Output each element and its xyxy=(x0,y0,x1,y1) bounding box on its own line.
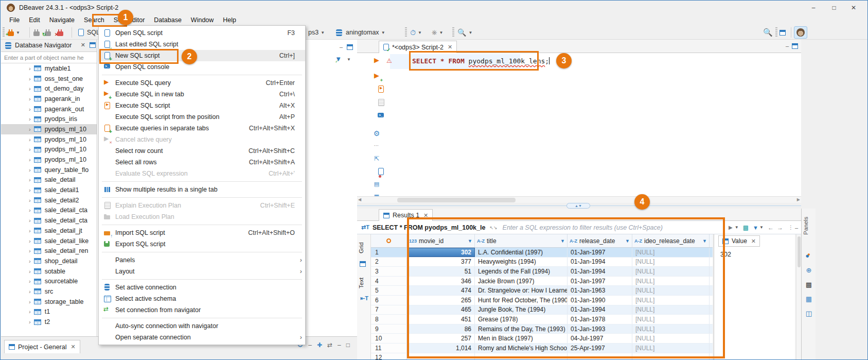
chevron-right-icon[interactable]: › xyxy=(29,177,31,183)
apply-filter-icon[interactable]: ▶ xyxy=(729,225,733,230)
menu-item-set-active-connection[interactable]: Set active connection xyxy=(99,282,305,293)
schema-combo[interactable]: aningtomax ▼ xyxy=(336,27,385,38)
forward-arrow-icon[interactable]: → xyxy=(777,224,783,231)
cell-release-date[interactable]: 04-Jul-1997 xyxy=(568,334,632,343)
grid-view-icon[interactable] xyxy=(360,261,366,267)
cell-movie-id[interactable]: 377 xyxy=(407,258,475,267)
cell-movie-id[interactable]: 265 xyxy=(407,296,475,305)
cell-ideo-release-date[interactable]: [NULL] xyxy=(632,258,710,267)
chevron-right-icon[interactable]: › xyxy=(29,197,31,203)
editor-results-splitter[interactable]: ▲▼ xyxy=(357,203,801,209)
menu-item-import-sql-script[interactable]: Import SQL scriptCtrl+Alt+Shift+O xyxy=(99,227,305,238)
menu-item-open-separate-connection[interactable]: Open separate connection› xyxy=(99,332,305,343)
chevron-right-icon[interactable]: › xyxy=(29,187,31,193)
chevron-down-icon[interactable]: ▼ xyxy=(759,225,764,230)
sort-filter-arrow-icon[interactable]: ▼ xyxy=(466,238,472,244)
menu-window[interactable]: Window xyxy=(186,15,218,25)
row-number[interactable]: 5 xyxy=(371,286,407,295)
cell-title[interactable]: Remains of the Day, The (1993) xyxy=(475,324,568,334)
cell-ideo-release-date[interactable]: [NULL] xyxy=(632,286,710,295)
dashboard-button[interactable]: ⏱▼ xyxy=(410,27,422,38)
cell-title[interactable]: Jackie Brown (1997) xyxy=(475,277,568,286)
menu-item-last-edited-sql-script[interactable]: Last edited SQL script xyxy=(99,39,305,50)
close-icon[interactable]: ✕ xyxy=(448,44,452,50)
table-row[interactable]: 4346Jackie Brown (1997)01-Jan-1997[NULL] xyxy=(371,277,713,286)
table-row[interactable]: 5474Dr. Strangelove or: How I Learned01-… xyxy=(371,286,713,296)
reconnect-button[interactable]: ↻ xyxy=(45,27,51,38)
tree-item-src[interactable]: ›src xyxy=(1,286,97,297)
tree-item-sale-detail-ren[interactable]: ›sale_detail_ren xyxy=(1,246,97,256)
filter-query-text[interactable]: SELECT * FROM pyodps_ml_100k_le xyxy=(373,224,486,231)
column-header-release-date[interactable]: A-Zrelease_date▼ xyxy=(568,234,632,247)
perspective-button[interactable] xyxy=(780,27,786,38)
text-view-icon[interactable]: ⇤T xyxy=(360,295,368,302)
collapse-icon[interactable]: – xyxy=(338,341,341,349)
sql-console-icon[interactable] xyxy=(371,112,382,122)
cell-movie-id[interactable]: 465 xyxy=(407,305,475,315)
chevron-right-icon[interactable]: › xyxy=(29,106,31,112)
overflow-dots-icon[interactable]: ⋯ xyxy=(371,143,382,153)
cell-release-date[interactable]: 01-Jan-1978 xyxy=(568,315,632,324)
row-number[interactable]: 1 xyxy=(371,248,407,257)
tree-item-pyodps-ml-10[interactable]: ›pyodps_ml_10 xyxy=(1,124,97,134)
column-header-title[interactable]: A-Ztitle▼ xyxy=(475,234,568,247)
cell-release-date[interactable]: 01-Jan-1994 xyxy=(568,267,632,276)
close-icon[interactable]: ✕ xyxy=(423,212,428,219)
cell-ideo-release-date[interactable]: [NULL] xyxy=(632,305,710,315)
sort-filter-arrow-icon[interactable]: ▼ xyxy=(700,238,707,244)
row-number[interactable]: 8 xyxy=(371,315,407,324)
chevron-right-icon[interactable]: › xyxy=(29,299,31,305)
filters-funnel-icon[interactable]: ▼ xyxy=(753,225,758,231)
close-icon[interactable]: ✕ xyxy=(81,42,85,48)
maximize-editor-icon[interactable] xyxy=(792,43,798,49)
close-button[interactable]: ✕ xyxy=(846,3,861,13)
table-row[interactable]: 351Legends of the Fall (1994)01-Jan-1994… xyxy=(371,267,713,277)
maximize-panel-icon[interactable]: □ xyxy=(346,341,350,349)
cell-ideo-release-date[interactable]: [NULL] xyxy=(632,248,710,257)
cell-title[interactable]: Men in Black (1997) xyxy=(475,334,568,343)
menu-navigate[interactable]: Navigate xyxy=(45,15,79,25)
connection-combo[interactable]: ps3 ▼ xyxy=(308,27,325,38)
tree-item-sale-detail-cta[interactable]: ›sale_detail_cta xyxy=(1,215,97,226)
disconnect-button[interactable]: ✕ xyxy=(57,27,63,38)
minimize-panel-icon[interactable]: – xyxy=(308,341,312,349)
query-log-icon[interactable]: ▤ xyxy=(371,181,382,191)
panels-metadata-icon[interactable]: ⊕ xyxy=(805,266,813,275)
cell-title[interactable]: L.A. Confidential (1997) xyxy=(475,248,568,257)
menu-item-open-sql-console[interactable]: Open SQL console xyxy=(99,61,305,73)
scroll-right-icon[interactable]: ▶ xyxy=(797,197,800,202)
tab-project-general[interactable]: Project - General ✕ xyxy=(4,340,80,353)
cell-release-date[interactable]: 25-Apr-1997 xyxy=(568,344,632,353)
chevron-right-icon[interactable]: › xyxy=(29,76,31,82)
maximize-button[interactable]: □ xyxy=(826,3,842,13)
cell-movie-id[interactable]: 474 xyxy=(407,286,475,295)
chevron-right-icon[interactable]: › xyxy=(29,319,31,325)
cell-title[interactable]: Legends of the Fall (1994) xyxy=(475,267,568,276)
cell-release-date[interactable]: 01-Jan-1963 xyxy=(568,286,632,295)
close-icon[interactable]: ✕ xyxy=(751,238,756,245)
cell-movie-id[interactable]: 302 xyxy=(407,248,475,257)
cell-ideo-release-date[interactable]: [NULL] xyxy=(632,344,710,353)
chevron-right-icon[interactable]: › xyxy=(29,96,31,102)
sql-statement[interactable]: SELECT * FROM pyodps_ml_100k_lens; xyxy=(412,57,550,65)
menu-item-execute-sql-script-from-the-position[interactable]: Execute SQL script from the positionAlt+… xyxy=(99,111,305,123)
row-number[interactable]: 7 xyxy=(371,305,407,315)
execute-new-tab-icon[interactable]: ▶+ xyxy=(371,72,382,82)
sql-editor-area[interactable] xyxy=(357,53,801,196)
tree-item-pyodps-ml-10[interactable]: ›pyodps_ml_10 xyxy=(1,155,97,165)
results-filter-bar[interactable]: ⇄T SELECT * FROM pyodps_ml_100k_le ↖↘ En… xyxy=(357,221,801,234)
tree-item-pagerank-out[interactable]: ›pagerank_out xyxy=(1,104,97,114)
chevron-right-icon[interactable]: › xyxy=(29,207,31,213)
tree-item-pagerank-in[interactable]: ›pagerank_in xyxy=(1,94,97,104)
menu-item-select-active-schema[interactable]: Select active schema xyxy=(99,293,305,304)
chevron-right-icon[interactable]: › xyxy=(29,157,31,163)
sort-filter-arrow-icon[interactable]: ▼ xyxy=(558,238,565,244)
menu-item-execute-sql-query[interactable]: Execute SQL queryCtrl+Enter xyxy=(99,77,305,89)
chevron-right-icon[interactable]: › xyxy=(29,136,31,143)
vscroll-thumb[interactable] xyxy=(798,236,801,267)
tree-item-sotable[interactable]: ›sotable xyxy=(1,266,97,277)
sort-filter-arrow-icon[interactable]: ▼ xyxy=(623,238,630,244)
table-row[interactable]: 111,014Romy and Michele's High School25-… xyxy=(371,344,713,353)
commit-mode-button[interactable]: ⎈▼ xyxy=(432,27,443,38)
tree-item-t2[interactable]: ›t2 xyxy=(1,317,97,327)
